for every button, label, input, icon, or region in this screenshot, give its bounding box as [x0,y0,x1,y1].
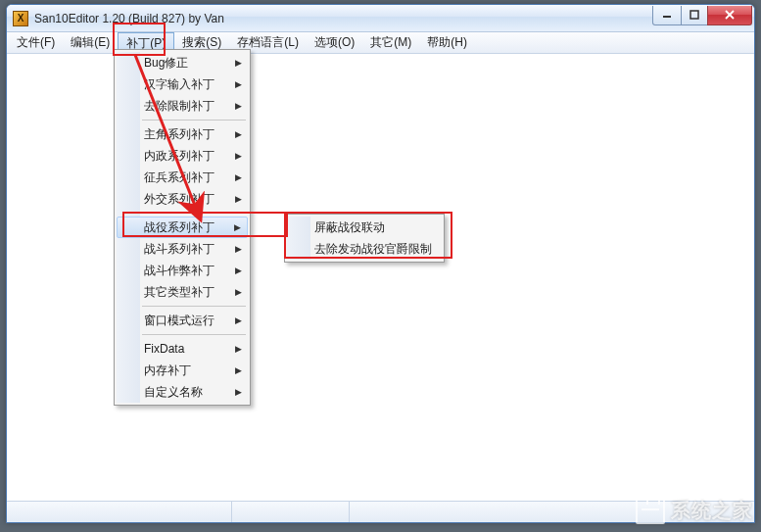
patch-bugfix[interactable]: Bug修正▶ [117,52,248,73]
submenu-arrow-icon: ▶ [235,344,242,354]
patch-custom-name[interactable]: 自定义名称▶ [117,381,248,403]
svg-rect-1 [690,11,698,19]
window-title: San10Editor 1.20 (Build 827) by Van [34,12,653,25]
status-cell-2 [232,502,350,522]
submenu-arrow-icon: ▶ [235,58,242,68]
menu-separator [142,120,246,121]
submenu-arrow-icon: ▶ [235,129,242,139]
patch-fixdata[interactable]: FixData▶ [117,338,248,360]
patch-battle-series[interactable]: 战役系列补丁▶ [117,217,248,238]
patch-diplomacy[interactable]: 外交系列补丁▶ [117,188,248,210]
submenu-arrow-icon: ▶ [235,172,242,182]
minimize-button[interactable] [652,6,682,25]
status-cell-1 [7,502,232,522]
submenu-arrow-icon: ▶ [235,387,242,397]
battle-submenu: 屏蔽战役联动 去除发动战役官爵限制 [284,214,445,263]
patch-hanzi-input[interactable]: 汉字输入补丁▶ [117,73,248,95]
submenu-arrow-icon: ▶ [235,101,242,111]
app-icon: X [13,11,28,26]
window-controls [653,6,752,25]
menu-separator [142,306,246,307]
maximize-button[interactable] [681,6,708,25]
battle-disable-link[interactable]: 屏蔽战役联动 [287,217,442,238]
submenu-arrow-icon: ▶ [235,79,242,89]
patch-memory[interactable]: 内存补丁▶ [117,360,248,381]
submenu-arrow-icon: ▶ [235,287,242,297]
menu-options[interactable]: 选项(O) [307,32,362,53]
submenu-arrow-icon: ▶ [235,266,242,275]
patch-other-type[interactable]: 其它类型补丁▶ [117,281,248,303]
menu-edit[interactable]: 编辑(E) [63,32,118,53]
patch-remove-limit[interactable]: 去除限制补丁▶ [117,95,248,117]
patch-protagonist[interactable]: 主角系列补丁▶ [117,123,248,145]
close-button[interactable] [707,6,752,25]
menu-separator [142,213,246,214]
patch-combat-series[interactable]: 战斗系列补丁▶ [117,238,248,260]
patch-combat-cheat[interactable]: 战斗作弊补丁▶ [117,260,248,281]
watermark-text: 系统之家 [671,498,753,524]
patch-window-mode[interactable]: 窗口模式运行▶ [117,310,248,331]
battle-remove-rank-limit[interactable]: 去除发动战役官爵限制 [287,238,442,260]
submenu-arrow-icon: ▶ [235,194,242,204]
watermark: 系统之家 [636,497,753,524]
patch-internal[interactable]: 内政系列补丁▶ [117,145,248,167]
menu-other[interactable]: 其它(M) [362,32,419,53]
submenu-arrow-icon: ▶ [234,222,241,232]
patch-dropdown: Bug修正▶ 汉字输入补丁▶ 去除限制补丁▶ 主角系列补丁▶ 内政系列补丁▶ 征… [114,49,251,406]
submenu-arrow-icon: ▶ [235,365,242,375]
submenu-arrow-icon: ▶ [235,315,242,325]
titlebar[interactable]: X San10Editor 1.20 (Build 827) by Van [7,5,754,32]
menu-help[interactable]: 帮助(H) [419,32,475,53]
menu-file[interactable]: 文件(F) [9,32,63,53]
submenu-arrow-icon: ▶ [235,244,242,254]
submenu-arrow-icon: ▶ [235,151,242,161]
patch-conscript[interactable]: 征兵系列补丁▶ [117,167,248,188]
watermark-icon [636,497,665,524]
menu-separator [142,334,246,335]
